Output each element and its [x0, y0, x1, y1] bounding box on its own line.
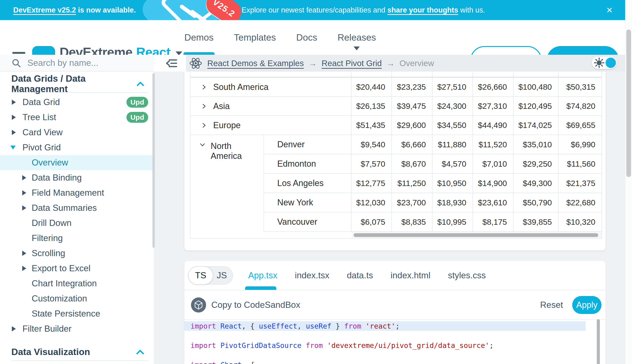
code-line[interactable]: import Chart, { — [184, 360, 586, 364]
pivot-value-cell[interactable]: $29,250 — [514, 154, 558, 173]
page-scrollbar-thumb[interactable] — [626, 30, 631, 177]
sidebar-item-data-grid[interactable]: Data GridUpd — [0, 95, 154, 110]
share-your-thoughts-link[interactable]: share your thoughts — [387, 6, 458, 14]
pivot-value-cell[interactable]: $44,490 — [473, 116, 514, 134]
sidebar-item-chart-integration[interactable]: Chart Integration — [0, 276, 154, 291]
pivot-value-cell[interactable]: $22,680 — [558, 193, 601, 212]
pivot-value-cell[interactable]: $10,320 — [558, 212, 601, 231]
pivot-region-expander[interactable]: Europe — [190, 116, 351, 134]
sidebar-item-tree-list[interactable]: Tree ListUpd — [0, 110, 154, 125]
collapse-sidebar-icon[interactable] — [166, 58, 177, 68]
pivot-value-cell[interactable]: $8,835 — [392, 212, 433, 231]
reset-button[interactable]: Reset — [540, 300, 563, 310]
pivot-value-cell[interactable]: $26,660 — [473, 78, 514, 96]
sidebar-section-header[interactable]: Data Visualization — [0, 344, 154, 360]
pivot-value-cell[interactable]: $27,510 — [433, 78, 473, 96]
pivot-value-cell[interactable]: $100,480 — [514, 78, 558, 96]
pivot-city-cell[interactable]: Edmonton — [264, 154, 351, 173]
search-input[interactable] — [27, 58, 129, 68]
apply-button[interactable]: Apply — [572, 296, 601, 314]
pivot-value-cell[interactable]: $50,315 — [558, 78, 601, 96]
nav-item-releases[interactable]: Releases — [337, 32, 376, 43]
pivot-value-cell[interactable]: $12,775 — [351, 174, 392, 192]
pivot-city-cell[interactable]: Denver — [264, 135, 351, 154]
code-line[interactable]: import PivotGridDataSource from 'devextr… — [184, 341, 586, 350]
banner-release-link[interactable]: DevExtreme v25.2 — [13, 6, 76, 14]
pivot-city-cell[interactable]: New York — [264, 193, 351, 212]
code-tab-index-html[interactable]: index.html — [391, 270, 431, 280]
code-tab-data-ts[interactable]: data.ts — [347, 270, 373, 280]
pivot-value-cell[interactable]: $6,660 — [392, 135, 433, 154]
code-editor[interactable]: import React, { useEffect, useRef } from… — [184, 320, 605, 364]
pivot-city-cell[interactable]: Los Angeles — [264, 174, 351, 192]
sidebar-item-data-binding[interactable]: Data Binding — [0, 170, 154, 185]
pivot-value-cell[interactable]: $11,250 — [392, 174, 433, 192]
nav-item-templates[interactable]: Templates — [234, 32, 276, 43]
sidebar-section-header[interactable]: Data Grids / Data Management — [0, 75, 154, 92]
language-toggle[interactable]: TS JS — [188, 266, 233, 285]
pivot-value-cell[interactable]: $174,025 — [514, 116, 558, 134]
pivot-value-cell[interactable]: $9,540 — [351, 135, 392, 154]
sidebar-item-card-view[interactable]: Card View — [0, 125, 154, 140]
codesandbox-icon[interactable] — [191, 298, 206, 312]
sidebar-item-field-management[interactable]: Field Management — [0, 185, 154, 200]
pivot-value-cell[interactable]: $23,700 — [392, 193, 433, 212]
language-toggle-ts[interactable]: TS — [188, 266, 213, 285]
code-line[interactable]: import React, { useEffect, useRef } from… — [184, 321, 586, 331]
breadcrumb-item[interactable]: React Demos & Examples — [207, 58, 304, 68]
nav-item-demos[interactable]: Demos — [184, 32, 214, 43]
pivot-value-cell[interactable]: $18,930 — [433, 193, 473, 212]
sidebar-item-filtering[interactable]: Filtering — [0, 231, 154, 246]
code-tab-index-tsx[interactable]: index.tsx — [295, 270, 329, 280]
pivot-region-expander[interactable]: South America — [190, 78, 351, 96]
sidebar-item-state-persistence[interactable]: State Persistence — [0, 306, 154, 321]
pivot-value-cell[interactable]: $34,550 — [433, 116, 473, 134]
pivot-value-cell[interactable]: $12,030 — [351, 193, 392, 212]
pivot-value-cell[interactable]: $26,135 — [351, 97, 392, 116]
pivot-value-cell[interactable]: $11,520 — [473, 135, 514, 154]
pivot-value-cell[interactable]: $11,880 — [433, 135, 473, 154]
nav-item-docs[interactable]: Docs — [296, 32, 317, 43]
language-toggle-js[interactable]: JS — [217, 267, 227, 284]
pivot-value-cell[interactable]: $4,570 — [433, 154, 473, 173]
pivot-value-cell[interactable]: $74,820 — [558, 97, 601, 116]
pivot-value-cell[interactable]: $7,570 — [351, 154, 392, 173]
pivot-value-cell[interactable]: $29,600 — [392, 116, 433, 134]
pivot-region-expander[interactable]: Asia — [190, 97, 351, 116]
pivot-value-cell[interactable]: $7,010 — [473, 154, 514, 173]
pivot-value-cell[interactable]: $35,010 — [514, 135, 558, 154]
sidebar-item-overview[interactable]: Overview — [0, 155, 154, 170]
pivot-value-cell[interactable]: $8,175 — [473, 212, 514, 231]
copy-to-codesandbox-label[interactable]: Copy to CodeSandBox — [211, 300, 300, 310]
pivot-value-cell[interactable]: $49,300 — [514, 174, 558, 192]
pivot-value-cell[interactable]: $10,995 — [433, 212, 473, 231]
pivot-city-cell[interactable]: Vancouver — [264, 212, 351, 231]
sidebar-item-drill-down[interactable]: Drill Down — [0, 216, 154, 231]
pivot-value-cell[interactable]: $120,495 — [514, 97, 558, 116]
pivot-value-cell[interactable]: $27,310 — [473, 97, 514, 116]
theme-toggle-knob[interactable] — [605, 58, 616, 68]
pivot-value-cell[interactable]: $39,855 — [514, 212, 558, 231]
sidebar-item-export-to-excel[interactable]: Export to Excel — [0, 261, 154, 276]
pivot-value-cell[interactable]: $8,670 — [392, 154, 433, 173]
pivot-region-expander[interactable]: North America — [190, 135, 264, 232]
pivot-value-cell[interactable]: $21,375 — [558, 174, 601, 192]
pivot-value-cell[interactable]: $6,990 — [558, 135, 601, 154]
pivot-value-cell[interactable]: $23,235 — [392, 78, 433, 96]
pivot-value-cell[interactable]: $39,475 — [392, 97, 433, 116]
sidebar-item-pivot-grid[interactable]: Pivot Grid — [0, 140, 154, 155]
sidebar-item-scrolling[interactable]: Scrolling — [0, 246, 154, 261]
pivot-value-cell[interactable]: $11,560 — [558, 154, 601, 173]
pivot-value-cell[interactable]: $69,655 — [558, 116, 601, 134]
sidebar-item-filter-builder[interactable]: Filter Builder — [0, 321, 154, 336]
pivot-value-cell[interactable]: $24,300 — [433, 97, 473, 116]
banner-close-icon[interactable]: ✕ — [606, 0, 613, 20]
code-tab-app-tsx[interactable]: App.tsx — [248, 270, 277, 280]
code-tab-styles-css[interactable]: styles.css — [448, 270, 486, 280]
sidebar-item-data-summaries[interactable]: Data Summaries — [0, 200, 154, 216]
pivot-value-cell[interactable]: $51,435 — [351, 116, 392, 134]
pivot-value-cell[interactable]: $20,440 — [351, 78, 392, 96]
pivot-hscrollbar-thumb[interactable] — [354, 233, 598, 237]
sidebar-scrollbar[interactable] — [152, 73, 155, 248]
pivot-value-cell[interactable]: $23,610 — [473, 193, 514, 212]
